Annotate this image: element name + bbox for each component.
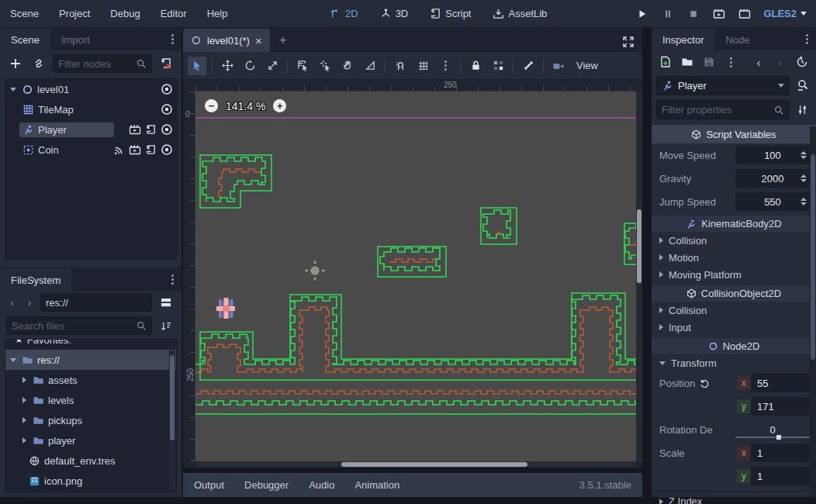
view-menu[interactable]: View: [576, 60, 598, 71]
tree-row-tilemap[interactable]: TileMap: [5, 99, 176, 119]
filesystem-menu-icon[interactable]: [169, 274, 175, 284]
vertical-scrollbar[interactable]: [636, 91, 642, 461]
category-kinematicbody2d[interactable]: KinematicBody2D: [652, 216, 816, 232]
revert-icon[interactable]: [700, 378, 710, 388]
tab-inspector[interactable]: Inspector: [652, 29, 714, 50]
nav-forward-icon[interactable]: ›: [23, 293, 36, 312]
new-scene-tab-button[interactable]: +: [270, 29, 296, 52]
history-icon[interactable]: [793, 53, 811, 71]
visibility-icon[interactable]: [161, 103, 173, 116]
nav-back-icon[interactable]: ‹: [6, 293, 19, 312]
detach-script-icon[interactable]: [157, 54, 175, 73]
list-select-tool[interactable]: [293, 57, 312, 75]
menu-project[interactable]: Project: [49, 0, 100, 27]
search-files-input[interactable]: [6, 316, 152, 335]
play-custom-scene-button[interactable]: [735, 5, 755, 23]
move-speed-field[interactable]: 100: [735, 146, 810, 164]
expand-viewport-icon[interactable]: [622, 36, 634, 48]
group-moving-platform[interactable]: Moving Platform: [652, 266, 816, 283]
preview-camera-icon[interactable]: [549, 57, 568, 75]
ruler-tool[interactable]: [361, 57, 379, 75]
workspace-assetlib[interactable]: AssetLib: [485, 0, 555, 27]
fs-row-levels[interactable]: levels: [5, 390, 176, 410]
spinner-icon[interactable]: [800, 151, 807, 159]
resource-options-icon[interactable]: [721, 53, 740, 71]
load-resource-icon[interactable]: [678, 53, 697, 71]
menu-scene[interactable]: Scene: [0, 0, 49, 27]
expand-icon[interactable]: [19, 377, 29, 383]
new-resource-icon[interactable]: [656, 53, 675, 71]
filesystem-scrollbar[interactable]: [169, 350, 175, 490]
group-z-index[interactable]: Z Index: [652, 491, 816, 504]
lock-object-icon[interactable]: [466, 57, 485, 75]
fs-row-pickups[interactable]: pickups: [5, 410, 176, 430]
signals-icon[interactable]: [113, 144, 125, 156]
fs-row-player[interactable]: player: [5, 430, 176, 450]
slider-grabber[interactable]: [776, 435, 781, 440]
script-icon[interactable]: [145, 124, 157, 136]
workspace-script[interactable]: Script: [422, 0, 479, 27]
category-node2d[interactable]: Node2D: [652, 338, 816, 354]
play-scene-button[interactable]: [709, 5, 729, 23]
node-selector-dropdown[interactable]: Player: [656, 76, 790, 95]
jump-speed-field[interactable]: 550: [735, 192, 810, 211]
player-sprite[interactable]: [216, 298, 235, 319]
visibility-icon[interactable]: [161, 143, 173, 156]
add-node-button[interactable]: [6, 54, 25, 73]
position-y-field[interactable]: 171: [751, 397, 810, 416]
output-panel-button[interactable]: Output: [194, 479, 224, 491]
close-icon[interactable]: ×: [255, 34, 262, 47]
tab-import[interactable]: Import: [50, 29, 101, 50]
split-view-icon[interactable]: [157, 293, 175, 312]
debugger-panel-button[interactable]: Debugger: [244, 479, 289, 491]
save-resource-icon[interactable]: [700, 53, 718, 71]
move-tool[interactable]: [218, 57, 237, 75]
category-collisionobject2d[interactable]: CollisionObject2D: [652, 285, 816, 302]
tab-level01[interactable]: level01(*) ×: [183, 29, 270, 52]
group-object-icon[interactable]: [489, 57, 507, 75]
sort-files-icon[interactable]: [157, 316, 175, 335]
tab-filesystem[interactable]: FileSystem: [0, 269, 71, 291]
skeleton-options-icon[interactable]: [519, 57, 538, 75]
canvas-area[interactable]: − 141.4 % +: [195, 91, 636, 461]
audio-panel-button[interactable]: Audio: [309, 479, 334, 491]
move-pivot-tool[interactable]: [316, 57, 334, 75]
history-forward-icon[interactable]: ›: [771, 53, 790, 71]
horizontal-scrollbar[interactable]: [195, 461, 636, 468]
open-scene-icon[interactable]: [129, 123, 141, 136]
rotation-slider[interactable]: [735, 437, 810, 438]
grid-snap-icon[interactable]: [413, 57, 432, 75]
play-button[interactable]: [632, 5, 652, 23]
open-scene-icon[interactable]: [129, 143, 141, 156]
rotate-tool[interactable]: [240, 57, 259, 75]
pause-button[interactable]: [658, 5, 678, 23]
inspector-tools-icon[interactable]: [793, 101, 811, 119]
inspector-scrollbar[interactable]: [810, 126, 816, 497]
expand-icon[interactable]: [19, 397, 29, 403]
tab-scene[interactable]: Scene: [0, 29, 50, 50]
workspace-3d[interactable]: 3D: [372, 0, 417, 27]
workspace-2d[interactable]: 2D: [322, 0, 366, 27]
tree-row-level01[interactable]: level01: [5, 79, 176, 99]
zoom-out-button[interactable]: −: [205, 99, 218, 112]
rotation-field[interactable]: 0: [735, 420, 810, 439]
history-back-icon[interactable]: ‹: [749, 53, 768, 71]
filter-nodes-input[interactable]: [53, 54, 152, 73]
fs-row-icon-png[interactable]: icon.png: [5, 471, 176, 491]
stop-button[interactable]: [683, 5, 704, 23]
menu-editor[interactable]: Editor: [150, 0, 197, 27]
visibility-icon[interactable]: [161, 83, 173, 95]
animation-panel-button[interactable]: Animation: [354, 479, 399, 491]
script-icon[interactable]: [145, 144, 157, 156]
fs-row-res[interactable]: res://: [5, 350, 176, 370]
spinner-icon[interactable]: [800, 174, 807, 182]
instance-scene-button[interactable]: [29, 54, 48, 73]
group-collision-1[interactable]: Collision: [652, 232, 816, 249]
path-field[interactable]: [40, 293, 152, 312]
gravity-field[interactable]: 2000: [735, 169, 810, 188]
renderer-dropdown[interactable]: GLES2: [760, 8, 810, 19]
inspector-menu-icon[interactable]: [804, 34, 810, 43]
tree-row-player[interactable]: Player: [5, 119, 176, 140]
group-input[interactable]: Input: [652, 319, 816, 336]
open-docs-icon[interactable]: [793, 77, 811, 95]
